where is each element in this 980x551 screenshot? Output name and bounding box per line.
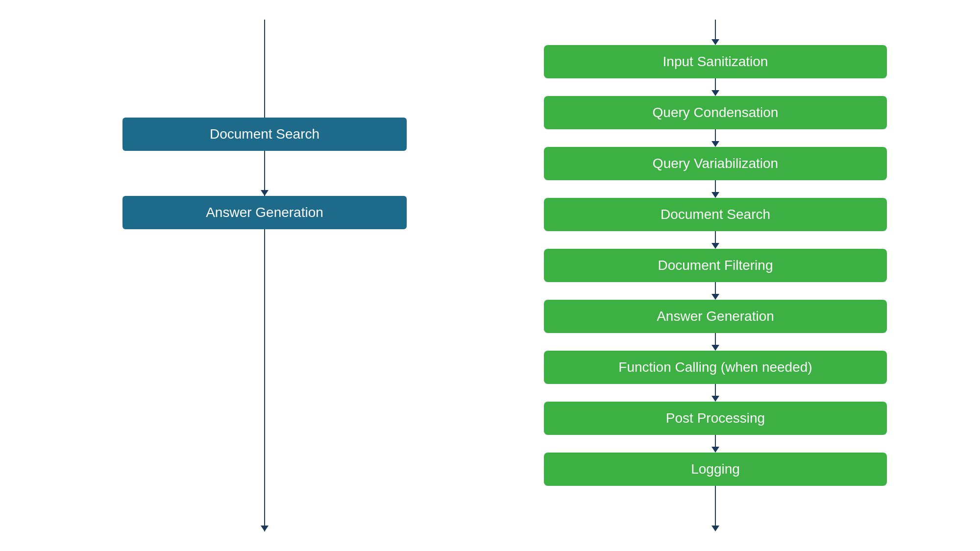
- left-connector-line-1: [264, 151, 265, 190]
- query-condensation-label: Query Condensation: [653, 105, 779, 120]
- query-variabilization-box: Query Variabilization: [544, 147, 887, 180]
- right-conn-1: [711, 129, 719, 147]
- left-vertical-line: [264, 20, 265, 531]
- input-sanitization-label: Input Sanitization: [663, 54, 768, 69]
- logging-box: Logging: [544, 453, 887, 486]
- right-conn-5: [711, 333, 719, 351]
- left-diagram: Document Search Answer Generation: [69, 20, 461, 531]
- left-document-search-label: Document Search: [210, 126, 319, 142]
- document-search-box: Document Search: [544, 198, 887, 231]
- right-flow: Input Sanitization Query Condensation Qu…: [519, 20, 911, 531]
- input-sanitization-box: Input Sanitization: [544, 45, 887, 78]
- right-conn-3: [711, 231, 719, 249]
- answer-generation-label: Answer Generation: [657, 309, 774, 324]
- right-bottom-line: [715, 486, 716, 526]
- left-flow: Document Search Answer Generation: [69, 20, 461, 531]
- post-processing-box: Post Processing: [544, 402, 887, 435]
- right-conn-6: [711, 384, 719, 402]
- right-bottom-arrow: [711, 526, 719, 531]
- right-conn-arrow-3: [711, 243, 719, 249]
- function-calling-box: Function Calling (when needed): [544, 351, 887, 384]
- right-conn-arrow-5: [711, 345, 719, 351]
- document-search-label: Document Search: [661, 207, 770, 222]
- right-conn-line-0: [715, 78, 716, 90]
- document-filtering-label: Document Filtering: [658, 258, 773, 273]
- logging-label: Logging: [691, 461, 740, 477]
- right-conn-2: [711, 180, 719, 198]
- right-conn-arrow-4: [711, 294, 719, 300]
- left-bottom-arrow: [261, 526, 269, 531]
- right-top-line: [715, 20, 716, 39]
- left-document-search-box: Document Search: [122, 118, 407, 151]
- right-conn-line-5: [715, 333, 716, 345]
- right-conn-4: [711, 282, 719, 300]
- right-diagram: Input Sanitization Query Condensation Qu…: [519, 20, 911, 531]
- right-conn-arrow-7: [711, 447, 719, 453]
- right-conn-arrow-2: [711, 192, 719, 198]
- left-answer-generation-box: Answer Generation: [122, 196, 407, 229]
- query-variabilization-label: Query Variabilization: [653, 156, 778, 171]
- right-conn-line-1: [715, 129, 716, 141]
- answer-generation-box: Answer Generation: [544, 300, 887, 333]
- function-calling-label: Function Calling (when needed): [618, 359, 812, 375]
- right-conn-arrow-6: [711, 396, 719, 402]
- left-connector-arrow-1: [261, 190, 269, 196]
- right-conn-0: [711, 78, 719, 96]
- right-conn-arrow-1: [711, 141, 719, 147]
- right-conn-arrow-0: [711, 90, 719, 96]
- query-condensation-box: Query Condensation: [544, 96, 887, 129]
- right-conn-7: [711, 435, 719, 453]
- right-conn-line-3: [715, 231, 716, 243]
- diagram-container: Document Search Answer Generation: [0, 0, 980, 551]
- left-connector-1: [261, 151, 269, 196]
- right-conn-line-7: [715, 435, 716, 447]
- right-top-arrow: [711, 39, 719, 45]
- document-filtering-box: Document Filtering: [544, 249, 887, 282]
- post-processing-label: Post Processing: [666, 410, 765, 426]
- right-conn-line-4: [715, 282, 716, 294]
- left-answer-generation-label: Answer Generation: [206, 205, 323, 220]
- right-conn-line-2: [715, 180, 716, 192]
- right-conn-line-6: [715, 384, 716, 396]
